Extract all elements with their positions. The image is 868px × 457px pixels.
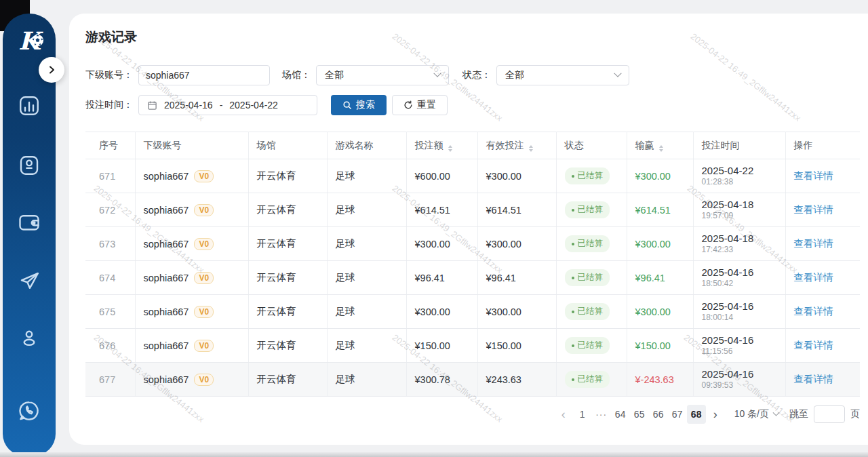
view-detail-link[interactable]: 查看详情 — [794, 238, 833, 249]
search-button[interactable]: 搜索 — [331, 95, 387, 115]
cell-venue: 开云体育 — [248, 329, 327, 363]
stats-icon — [17, 94, 41, 118]
venue-select[interactable]: 全部 — [316, 65, 449, 85]
jump-suffix-label: 页 — [850, 408, 860, 420]
cell-win: ¥614.51 — [627, 193, 693, 227]
page-button-67[interactable]: 67 — [668, 405, 687, 424]
status-select[interactable]: 全部 — [496, 65, 629, 85]
sort-win-icon[interactable] — [659, 145, 663, 152]
col-action: 操作 — [785, 132, 860, 159]
main-content: 游戏记录 下级账号： 场馆： 全部 状态： 全部 投注时间： 2025-04-1… — [69, 14, 868, 445]
wallet-icon — [17, 210, 41, 235]
status-badge: 已结算 — [565, 371, 610, 388]
date-separator: - — [220, 100, 223, 111]
status-select-value: 全部 — [505, 69, 524, 81]
vip-level-badge: V0 — [194, 170, 214, 182]
page-button-1[interactable]: 1 — [573, 405, 592, 424]
sidebar-item-wallet[interactable] — [17, 210, 41, 235]
cell-venue: 开云体育 — [248, 261, 327, 295]
cell-action: 查看详情 — [785, 295, 860, 329]
sidebar-expand-button[interactable] — [39, 57, 64, 83]
date-range-picker[interactable]: 2025-04-16 - 2025-04-22 — [138, 95, 317, 115]
view-detail-link[interactable]: 查看详情 — [794, 170, 833, 181]
page-title: 游戏记录 — [85, 28, 860, 46]
cell-game: 足球 — [327, 227, 406, 261]
user-icon — [17, 326, 41, 351]
account-input[interactable] — [138, 65, 270, 85]
send-icon — [17, 269, 41, 293]
page-button-64[interactable]: 64 — [611, 405, 630, 424]
cell-game: 足球 — [327, 159, 406, 193]
table-row: 674 sophia667V0 开云体育 足球 ¥96.41 ¥96.41 已结… — [85, 261, 860, 295]
vip-level-badge: V0 — [194, 204, 214, 216]
cell-action: 查看详情 — [785, 363, 860, 397]
status-badge: 已结算 — [565, 167, 610, 184]
chevron-down-icon — [433, 70, 441, 77]
view-detail-link[interactable]: 查看详情 — [794, 340, 833, 351]
status-badge: 已结算 — [565, 235, 610, 252]
cell-status: 已结算 — [556, 261, 627, 295]
table-header-row: 序号 下级账号 场馆 游戏名称 投注额 有效投注 状态 输赢 投注时间 操作 — [85, 132, 860, 159]
page-size-select[interactable]: 10 条/页 — [734, 408, 778, 420]
sort-valid-icon[interactable] — [529, 145, 533, 152]
cell-account: sophia667V0 — [135, 295, 248, 329]
view-detail-link[interactable]: 查看详情 — [794, 204, 833, 215]
sidebar-item-account[interactable] — [17, 153, 41, 178]
chevron-down-icon — [614, 70, 621, 77]
cell-seq: 677 — [85, 363, 135, 397]
date-start: 2025-04-16 — [164, 100, 213, 111]
venue-label: 场馆： — [282, 69, 311, 81]
cell-win: ¥150.00 — [627, 329, 693, 363]
vip-level-badge: V0 — [194, 306, 214, 318]
cell-time: 2025-04-1609:39:53 — [693, 363, 785, 397]
vip-level-badge: V0 — [194, 272, 214, 284]
page-button-68-active[interactable]: 68 — [687, 405, 706, 424]
view-detail-link[interactable]: 查看详情 — [794, 272, 833, 283]
reset-icon — [403, 100, 413, 110]
cell-status: 已结算 — [556, 363, 627, 397]
cell-game: 足球 — [327, 261, 406, 295]
vip-level-badge: V0 — [194, 374, 214, 386]
prev-page-button[interactable]: ‹ — [554, 405, 573, 424]
table-row: 672 sophia667V0 开云体育 足球 ¥614.51 ¥614.51 … — [85, 193, 860, 227]
view-detail-link[interactable]: 查看详情 — [794, 306, 833, 317]
status-label: 状态： — [462, 69, 491, 81]
cell-valid: ¥300.00 — [477, 159, 556, 193]
jump-page-input[interactable] — [814, 405, 845, 423]
col-valid: 有效投注 — [477, 132, 556, 159]
table-row: 671 sophia667V0 开云体育 足球 ¥600.00 ¥300.00 … — [85, 159, 860, 193]
records-table: 序号 下级账号 场馆 游戏名称 投注额 有效投注 状态 输赢 投注时间 操作 6… — [85, 132, 860, 397]
vip-level-badge: V0 — [194, 340, 214, 352]
cell-seq: 675 — [85, 295, 135, 329]
reset-button[interactable]: 重置 — [392, 95, 448, 115]
cell-game: 足球 — [327, 193, 406, 227]
next-page-button[interactable]: › — [706, 405, 725, 424]
status-badge: 已结算 — [565, 269, 610, 286]
sidebar-item-records[interactable] — [17, 94, 41, 118]
col-status: 状态 — [556, 132, 627, 159]
cell-valid: ¥96.41 — [477, 261, 556, 295]
account-label: 下级账号： — [85, 69, 133, 81]
reset-button-label: 重置 — [417, 99, 436, 111]
sidebar-item-promotion[interactable] — [17, 269, 41, 293]
cell-seq: 673 — [85, 227, 135, 261]
page-button-65[interactable]: 65 — [630, 405, 649, 424]
cell-game: 足球 — [327, 295, 406, 329]
cell-valid: ¥243.63 — [477, 363, 556, 397]
view-detail-link[interactable]: 查看详情 — [794, 374, 833, 384]
cell-bet: ¥150.00 — [406, 329, 477, 363]
cell-action: 查看详情 — [785, 329, 860, 363]
col-account: 下级账号 — [135, 132, 248, 159]
sidebar-item-service[interactable] — [17, 399, 41, 423]
cell-win: ¥96.41 — [627, 261, 693, 295]
sort-bet-icon[interactable] — [448, 145, 452, 152]
cell-account: sophia667V0 — [135, 193, 248, 227]
cell-venue: 开云体育 — [248, 363, 327, 397]
cell-account: sophia667V0 — [135, 363, 248, 397]
page-button-66[interactable]: 66 — [649, 405, 668, 424]
status-badge: 已结算 — [565, 201, 610, 218]
page-size-value: 10 条/页 — [734, 408, 769, 420]
sidebar-item-profile[interactable] — [17, 326, 41, 351]
cell-valid: ¥300.00 — [477, 227, 556, 261]
cell-venue: 开云体育 — [248, 227, 327, 261]
